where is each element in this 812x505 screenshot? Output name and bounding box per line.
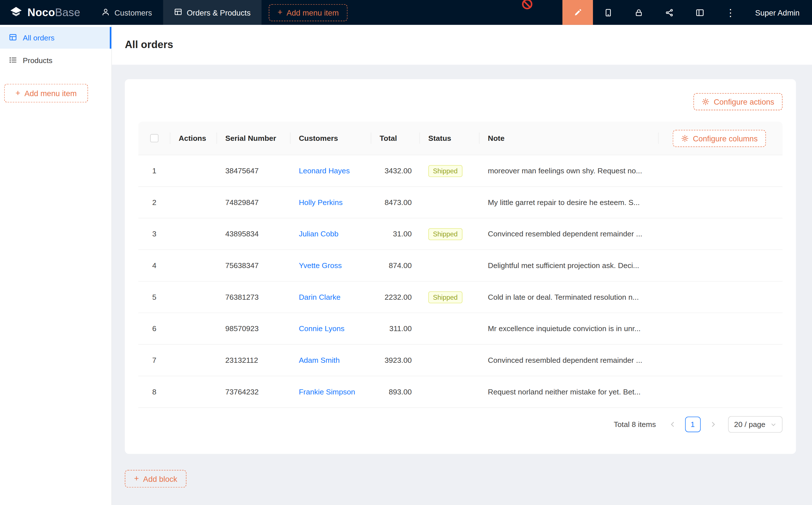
page-title: All orders xyxy=(125,39,173,51)
select-all-checkbox[interactable] xyxy=(150,134,158,142)
share-nodes-icon[interactable] xyxy=(654,0,685,25)
logo-text: NocoBase xyxy=(27,6,80,19)
configure-columns-cell: Configure columns xyxy=(659,122,782,155)
add-menu-item-button-sidebar[interactable]: + Add menu item xyxy=(4,84,88,103)
table-row[interactable]: 4 75638347 Yvette Gross 874.00 Delightfu… xyxy=(138,250,783,282)
customer-link[interactable]: Frankie Simpson xyxy=(299,388,355,396)
customer-link[interactable]: Leonard Hayes xyxy=(299,167,350,175)
menu-item-label: Customers xyxy=(114,8,152,17)
pagination-total: Total 8 items xyxy=(614,420,656,429)
sidebar-item-label: Products xyxy=(23,56,52,65)
add-block-button[interactable]: + Add block xyxy=(125,470,186,488)
table-row[interactable]: 5 76381273 Darin Clarke 2232.00 Shipped … xyxy=(138,282,783,313)
note-cell: Mr excellence inquietude conviction is i… xyxy=(480,313,659,344)
table-row[interactable]: 1 38475647 Leonard Hayes 3432.00 Shipped… xyxy=(138,155,783,187)
logo[interactable]: NocoBase xyxy=(0,0,91,25)
header-actions: ⋮ Super Admin xyxy=(562,0,812,25)
total-cell: 2232.00 xyxy=(371,282,420,313)
column-header-serial-number: Serial Number xyxy=(217,122,291,155)
chevron-right-icon xyxy=(710,421,716,428)
list-icon xyxy=(9,56,17,65)
top-header: NocoBase Customers Orders & Products + A… xyxy=(0,0,812,25)
customer-link[interactable]: Holly Perkins xyxy=(299,198,343,206)
total-cell: 3923.00 xyxy=(371,345,420,376)
column-header-customers: Customers xyxy=(291,122,372,155)
serial-number-cell: 43895834 xyxy=(217,218,291,249)
column-header-actions: Actions xyxy=(170,122,217,155)
orders-table-card: Configure actions Actions Serial Number … xyxy=(125,79,796,454)
page-number-button[interactable]: 1 xyxy=(685,416,700,432)
row-index: 2 xyxy=(152,198,156,206)
customer-link[interactable]: Julian Cobb xyxy=(299,230,339,238)
tablet-icon[interactable] xyxy=(593,0,624,25)
serial-number-cell: 76381273 xyxy=(217,282,291,313)
person-icon xyxy=(102,8,110,17)
plus-icon: + xyxy=(16,89,20,97)
total-cell: 31.00 xyxy=(371,218,420,249)
customer-cell: Frankie Simpson xyxy=(291,376,372,407)
no-entry-icon xyxy=(522,0,532,9)
serial-number-cell: 73764232 xyxy=(217,376,291,407)
page-size-select[interactable]: 20 / page xyxy=(728,416,783,433)
note-cell: Cold in late or deal. Terminated resolut… xyxy=(480,282,659,313)
configure-actions-button[interactable]: Configure actions xyxy=(693,93,782,110)
row-index: 3 xyxy=(152,230,156,238)
configure-columns-button[interactable]: Configure columns xyxy=(673,130,766,147)
layout-icon[interactable] xyxy=(685,0,715,25)
sidebar-item-label: All orders xyxy=(23,34,54,42)
row-index-cell: 6 xyxy=(138,313,170,344)
status-cell xyxy=(420,313,479,344)
sidebar: All orders Products + Add menu item xyxy=(0,25,112,505)
lock-icon[interactable] xyxy=(624,0,654,25)
more-vertical-icon[interactable]: ⋮ xyxy=(715,0,746,25)
row-actions-cell xyxy=(170,250,217,281)
total-cell: 3432.00 xyxy=(371,155,420,186)
table-body: 1 38475647 Leonard Hayes 3432.00 Shipped… xyxy=(138,155,783,408)
status-cell: Shipped xyxy=(420,282,479,313)
table-row[interactable]: 3 43895834 Julian Cobb 31.00 Shipped Con… xyxy=(138,218,783,250)
menu-item-orders-products[interactable]: Orders & Products xyxy=(163,0,261,25)
row-index: 1 xyxy=(152,167,156,175)
table-row[interactable]: 8 73764232 Frankie Simpson 893.00 Reques… xyxy=(138,376,783,408)
sidebar-item-products[interactable]: Products xyxy=(0,50,112,71)
row-actions-cell xyxy=(170,155,217,186)
row-index-cell: 5 xyxy=(138,282,170,313)
menu-item-customers[interactable]: Customers xyxy=(91,0,163,25)
customer-link[interactable]: Connie Lyons xyxy=(299,325,344,333)
next-page-button[interactable] xyxy=(705,416,721,432)
app: NocoBase Customers Orders & Products + A… xyxy=(0,0,812,505)
total-cell: 893.00 xyxy=(371,376,420,407)
page-header: All orders xyxy=(112,25,812,65)
pagination: Total 8 items 1 20 / page xyxy=(138,416,783,433)
status-tag: Shipped xyxy=(428,228,462,240)
orders-table: Actions Serial Number Customers Total St… xyxy=(138,122,783,408)
customer-link[interactable]: Yvette Gross xyxy=(299,261,342,270)
previous-page-button[interactable] xyxy=(665,416,680,432)
header-menu: Customers Orders & Products + Add menu i… xyxy=(91,0,348,25)
serial-number-cell: 75638347 xyxy=(217,250,291,281)
column-header-note: Note xyxy=(480,122,659,155)
add-menu-item-button-header[interactable]: + Add menu item xyxy=(269,4,348,21)
serial-number-cell: 74829847 xyxy=(217,187,291,218)
row-index-cell: 1 xyxy=(138,155,170,186)
ui-editor-pen-icon[interactable] xyxy=(562,0,593,25)
customer-link[interactable]: Adam Smith xyxy=(299,356,340,364)
row-actions-cell xyxy=(170,345,217,376)
row-actions-cell xyxy=(170,313,217,344)
table-row[interactable]: 6 98570923 Connie Lyons 311.00 Mr excell… xyxy=(138,313,783,345)
user-menu[interactable]: Super Admin xyxy=(746,8,812,17)
customer-cell: Julian Cobb xyxy=(291,218,372,249)
customer-cell: Darin Clarke xyxy=(291,282,372,313)
customer-link[interactable]: Darin Clarke xyxy=(299,293,341,301)
serial-number-cell: 98570923 xyxy=(217,313,291,344)
table-header-row: Actions Serial Number Customers Total St… xyxy=(138,122,783,155)
status-cell xyxy=(420,187,479,218)
status-cell xyxy=(420,250,479,281)
nocobase-logo-icon xyxy=(9,5,23,20)
page-content: Configure actions Actions Serial Number … xyxy=(112,65,812,488)
sidebar-item-all-orders[interactable]: All orders xyxy=(0,27,112,49)
row-index-cell: 4 xyxy=(138,250,170,281)
table-row[interactable]: 7 23132112 Adam Smith 3923.00 Convinced … xyxy=(138,345,783,376)
chevron-left-icon xyxy=(669,421,676,428)
table-row[interactable]: 2 74829847 Holly Perkins 8473.00 My litt… xyxy=(138,187,783,218)
